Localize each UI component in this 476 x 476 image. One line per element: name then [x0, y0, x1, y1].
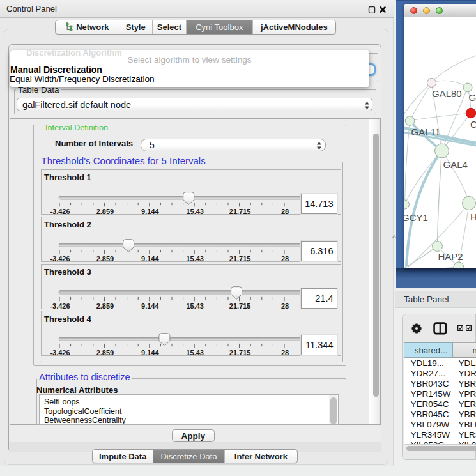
svg-text:15.43: 15.43 [186, 255, 204, 263]
svg-text:2.859: 2.859 [96, 302, 114, 310]
svg-text:28: 28 [281, 255, 289, 263]
svg-text:GCY1: GCY1 [404, 212, 428, 223]
svg-text:21.715: 21.715 [229, 208, 251, 215]
svg-text:GAL4: GAL4 [443, 159, 468, 170]
svg-text:2.859: 2.859 [96, 255, 114, 263]
svg-text:CD: CD [470, 119, 476, 130]
svg-text:28: 28 [281, 349, 289, 357]
svg-text:9.144: 9.144 [141, 208, 159, 215]
svg-text:28: 28 [281, 208, 289, 215]
svg-text:21.715: 21.715 [229, 255, 251, 263]
svg-text:-3.426: -3.426 [50, 302, 70, 310]
svg-text:15.43: 15.43 [186, 302, 204, 310]
svg-text:15.43: 15.43 [186, 349, 204, 357]
svg-text:9.144: 9.144 [141, 349, 159, 357]
svg-text:HAP2: HAP2 [438, 251, 463, 262]
svg-text:21.715: 21.715 [229, 302, 251, 310]
svg-text:15.43: 15.43 [186, 208, 204, 215]
svg-text:GAL11: GAL11 [411, 127, 441, 137]
svg-text:GAL80: GAL80 [432, 88, 462, 99]
svg-text:GAL: GAL [469, 92, 476, 103]
svg-text:28: 28 [281, 302, 289, 310]
svg-text:9.144: 9.144 [141, 255, 159, 263]
svg-text:21.715: 21.715 [229, 349, 251, 357]
svg-text:-3.426: -3.426 [50, 208, 70, 215]
svg-text:-3.426: -3.426 [50, 349, 70, 357]
svg-text:HA: HA [470, 211, 476, 222]
svg-text:9.144: 9.144 [141, 302, 159, 310]
svg-text:2.859: 2.859 [96, 349, 114, 357]
svg-text:-3.426: -3.426 [50, 255, 70, 263]
svg-text:2.859: 2.859 [96, 208, 114, 215]
